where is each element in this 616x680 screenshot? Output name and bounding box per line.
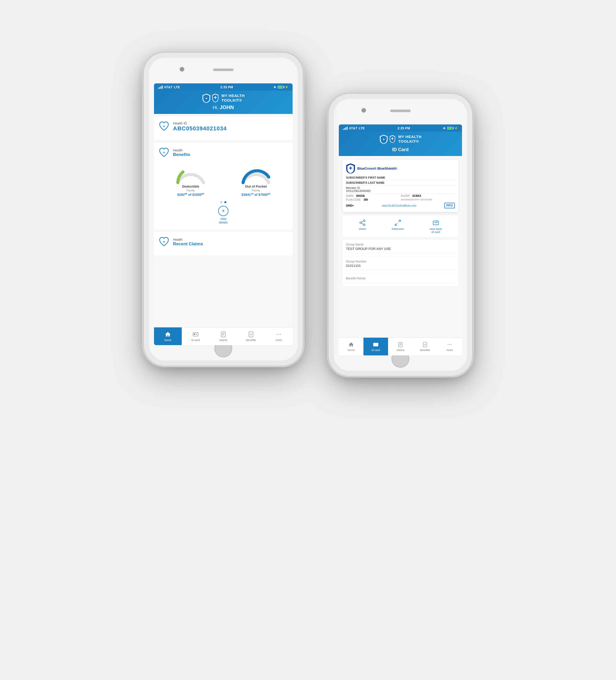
battery-icon	[278, 86, 283, 88]
rxbin-field: RxBIN 004336	[346, 195, 400, 197]
out-of-pocket-label: Out of Pocket	[245, 185, 267, 188]
phone2-benefits-icon	[422, 342, 428, 347]
viewback-label: view backof card	[430, 227, 442, 233]
phone-2: AT&T LTE 2:25 PM ∗ ⚡	[329, 94, 472, 376]
nav-more-label: more	[275, 338, 282, 342]
phone2-content[interactable]: BlueCross® BlueShield® SUBSCRIBER'S FIRS…	[339, 156, 462, 337]
phone2-signal-icon	[343, 126, 347, 130]
health-id-card: + Health ID ABC050394021034	[154, 116, 292, 140]
svg-point-13	[277, 334, 277, 335]
out-of-pocket-sub: Family	[252, 189, 260, 192]
phone2-home-icon	[348, 342, 354, 347]
phone2-camera	[361, 108, 366, 113]
deductible-amount: $29265 of $150000	[177, 193, 204, 197]
phone1-bottom-nav: home id card	[154, 327, 292, 345]
svg-text:+: +	[163, 150, 165, 154]
phone2-nav-more-label: more	[446, 348, 453, 351]
group-number-label: Group Number	[346, 260, 455, 263]
nav-claims[interactable]: claims	[209, 328, 237, 345]
out-of-pocket-amount: $394119 of $750000	[242, 193, 270, 197]
phone2-bluetooth-icon: ∗	[443, 126, 446, 130]
phone2-carrier: AT&T	[349, 126, 358, 130]
nav-id-card[interactable]: id card	[182, 328, 209, 345]
bcbs-shield-icon: +	[202, 93, 211, 103]
svg-point-29	[451, 344, 452, 345]
nav-benefits[interactable]: benefits	[237, 328, 265, 345]
svg-text:+: +	[163, 240, 165, 244]
bcbs-logo: +	[202, 93, 219, 103]
out-of-pocket-chart	[239, 164, 273, 185]
share-label: share	[359, 227, 366, 230]
phone2-nav-claims[interactable]: claims	[388, 338, 413, 356]
svg-point-27	[448, 344, 448, 345]
phone2-nav-benefits-label: benefits	[420, 348, 430, 351]
phone2-app-name: MY HEALTH TOOLKIT®	[398, 135, 422, 144]
claims-label: Health	[173, 237, 203, 242]
card-footer: GRID+ www.SouthCarolinaBlues.com PPO	[346, 203, 455, 208]
benefit-period-value	[346, 281, 455, 283]
more-icon	[276, 331, 282, 337]
nav-more[interactable]: more	[265, 328, 292, 345]
group-name-label: Group Name	[346, 243, 455, 246]
group-number-value: 01011101	[346, 264, 455, 270]
home-icon	[165, 331, 171, 337]
svg-rect-12	[249, 332, 253, 337]
health-id-heart-icon: +	[158, 121, 170, 133]
network-label: LTE	[174, 85, 180, 89]
view-back-button[interactable]: view backof card	[430, 219, 442, 233]
health-id-label: Health ID	[173, 121, 227, 125]
svg-rect-26	[423, 342, 427, 347]
health-recent-claims-card: + Health Recent Claims	[154, 232, 292, 256]
view-details-label: viewdetails	[219, 217, 228, 224]
phone2-claims-icon	[398, 342, 403, 347]
phone2-nav-claims-label: claims	[396, 348, 404, 351]
viewback-icon	[432, 219, 440, 226]
health-benefits-card: + Health Benefits	[154, 143, 292, 229]
plan-code-field: PLAN CODE 380	[346, 198, 400, 201]
out-of-pocket-gauge: Out of Pocket Family $394119 of $750000	[227, 164, 285, 197]
action-buttons: share fullscreen	[342, 216, 458, 237]
phone1-screen: AT&T LTE 2:33 PM ∗ ⚡	[154, 83, 292, 345]
share-icon	[359, 219, 366, 226]
nav-home[interactable]: home	[154, 328, 182, 345]
svg-rect-5	[194, 334, 195, 335]
svg-point-14	[279, 334, 279, 335]
grid-label: GRID+	[346, 204, 354, 207]
benefits-label: Health	[173, 148, 190, 152]
claims-icon	[220, 331, 226, 337]
phone2-nav-home-label: home	[347, 348, 355, 351]
share-button[interactable]: share	[359, 219, 366, 233]
id-card-title: ID Card	[392, 147, 409, 152]
subscriber-last-name: SUBSCRIBER'S LAST NAME	[346, 181, 455, 186]
gauges-row: Deductible Family $29265 of $150000	[158, 162, 288, 199]
view-details-button[interactable]: + viewdetails	[158, 206, 288, 224]
phone2-nav-id-card-label: id card	[371, 348, 380, 351]
insurance-bcbs-icon	[346, 163, 355, 173]
card-website: www.SouthCarolinaBlues.com	[382, 204, 416, 207]
phone2-more-icon	[447, 342, 452, 347]
charging-icon: ⚡	[285, 85, 288, 89]
phone2-nav-more[interactable]: more	[437, 338, 462, 356]
fullscreen-button[interactable]: fullscreen	[392, 219, 404, 233]
id-card-icon	[193, 331, 199, 337]
dot-1	[220, 201, 222, 203]
phone2-screen: AT&T LTE 2:25 PM ∗ ⚡	[339, 124, 462, 356]
phone2-status-bar: AT&T LTE 2:25 PM ∗ ⚡	[339, 124, 462, 132]
phone2-time: 2:25 PM	[398, 126, 410, 130]
phone2-nav-home[interactable]: home	[339, 338, 363, 356]
fullscreen-label: fullscreen	[392, 227, 404, 230]
phone2-battery-icon	[447, 127, 453, 130]
rxgrp-field: RxGRP SCBXX	[401, 195, 455, 197]
phone2-nav-benefits[interactable]: benefits	[413, 338, 437, 356]
phone2-charging-icon: ⚡	[454, 126, 458, 130]
benefits-icon	[248, 331, 254, 337]
phone2-nav-id-card[interactable]: id card	[363, 338, 388, 356]
phone2-network: LTE	[359, 126, 365, 130]
phone2-shield-icon: +	[380, 134, 388, 144]
time-label: 2:33 PM	[221, 85, 233, 89]
mammography-field: MAMMOGRAPHY NETWORK	[401, 198, 455, 201]
benefits-heart-icon: +	[158, 147, 170, 159]
app-name: MY HEALTH TOOLKIT®	[222, 93, 245, 103]
phone1-content[interactable]: + Health ID ABC050394021034	[154, 114, 292, 327]
dot-2	[224, 201, 226, 203]
